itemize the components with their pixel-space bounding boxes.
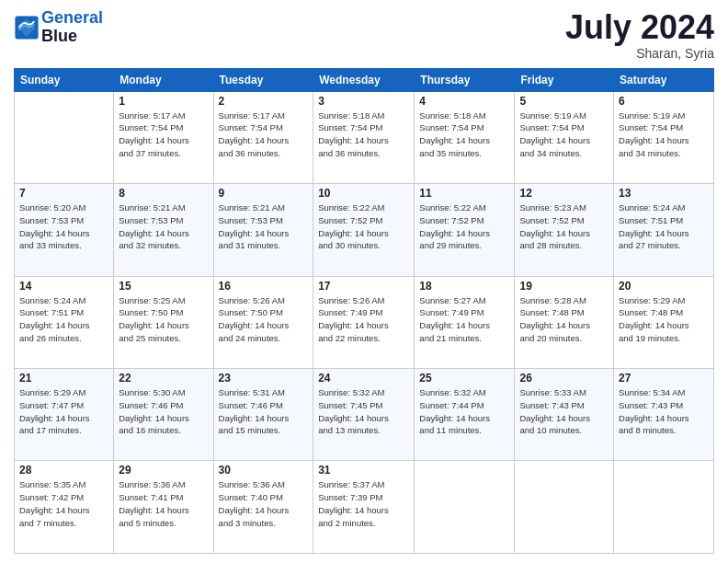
- day-number: 17: [318, 280, 409, 293]
- day-number: 27: [619, 372, 709, 385]
- week-row-3: 14Sunrise: 5:24 AM Sunset: 7:51 PM Dayli…: [15, 276, 714, 368]
- cell-info: Sunrise: 5:25 AM Sunset: 7:50 PM Dayligh…: [119, 294, 208, 345]
- day-number: 24: [318, 372, 409, 385]
- calendar-table: SundayMondayTuesdayWednesdayThursdayFrid…: [14, 68, 714, 554]
- calendar-cell: 24Sunrise: 5:32 AM Sunset: 7:45 PM Dayli…: [313, 369, 415, 461]
- column-header-wednesday: Wednesday: [313, 68, 415, 91]
- cell-info: Sunrise: 5:31 AM Sunset: 7:46 PM Dayligh…: [219, 386, 309, 437]
- day-number: 4: [419, 95, 509, 108]
- column-header-thursday: Thursday: [415, 68, 515, 91]
- calendar-cell: 2Sunrise: 5:17 AM Sunset: 7:54 PM Daylig…: [213, 91, 313, 183]
- logo-line2: Blue: [41, 28, 103, 46]
- page: General Blue July 2024 Sharan, Syria Sun…: [0, 0, 728, 563]
- day-number: 16: [219, 280, 309, 293]
- calendar-cell: 7Sunrise: 5:20 AM Sunset: 7:53 PM Daylig…: [15, 184, 114, 276]
- cell-info: Sunrise: 5:24 AM Sunset: 7:51 PM Dayligh…: [19, 294, 108, 345]
- calendar-cell: 15Sunrise: 5:25 AM Sunset: 7:50 PM Dayli…: [114, 276, 213, 368]
- cell-info: Sunrise: 5:35 AM Sunset: 7:42 PM Dayligh…: [19, 478, 108, 529]
- calendar-cell: [415, 461, 515, 554]
- cell-info: Sunrise: 5:21 AM Sunset: 7:53 PM Dayligh…: [119, 201, 208, 252]
- calendar-cell: 30Sunrise: 5:36 AM Sunset: 7:40 PM Dayli…: [213, 461, 313, 554]
- cell-info: Sunrise: 5:26 AM Sunset: 7:50 PM Dayligh…: [219, 294, 309, 345]
- calendar-cell: [515, 461, 614, 554]
- calendar-cell: 22Sunrise: 5:30 AM Sunset: 7:46 PM Dayli…: [114, 369, 213, 461]
- calendar-cell: 4Sunrise: 5:18 AM Sunset: 7:54 PM Daylig…: [415, 91, 515, 183]
- calendar-cell: 9Sunrise: 5:21 AM Sunset: 7:53 PM Daylig…: [213, 184, 313, 276]
- calendar-cell: 17Sunrise: 5:26 AM Sunset: 7:49 PM Dayli…: [313, 276, 415, 368]
- cell-info: Sunrise: 5:34 AM Sunset: 7:43 PM Dayligh…: [619, 386, 709, 437]
- day-number: 2: [219, 95, 309, 108]
- calendar-cell: 31Sunrise: 5:37 AM Sunset: 7:39 PM Dayli…: [313, 461, 415, 554]
- cell-info: Sunrise: 5:18 AM Sunset: 7:54 PM Dayligh…: [419, 109, 509, 160]
- column-header-friday: Friday: [515, 68, 614, 91]
- calendar-cell: 20Sunrise: 5:29 AM Sunset: 7:48 PM Dayli…: [614, 276, 714, 368]
- logo-text: General Blue: [41, 9, 103, 46]
- title-block: July 2024 Sharan, Syria: [565, 9, 714, 61]
- logo-line1: General: [41, 8, 103, 27]
- day-number: 28: [19, 464, 108, 477]
- calendar-cell: 28Sunrise: 5:35 AM Sunset: 7:42 PM Dayli…: [15, 461, 114, 554]
- day-number: 10: [318, 187, 409, 200]
- day-number: 7: [19, 187, 108, 200]
- calendar-cell: 13Sunrise: 5:24 AM Sunset: 7:51 PM Dayli…: [614, 184, 714, 276]
- cell-info: Sunrise: 5:17 AM Sunset: 7:54 PM Dayligh…: [119, 109, 208, 160]
- day-number: 11: [419, 187, 509, 200]
- cell-info: Sunrise: 5:32 AM Sunset: 7:45 PM Dayligh…: [318, 386, 409, 437]
- calendar-cell: 16Sunrise: 5:26 AM Sunset: 7:50 PM Dayli…: [213, 276, 313, 368]
- cell-info: Sunrise: 5:20 AM Sunset: 7:53 PM Dayligh…: [19, 201, 108, 252]
- column-header-sunday: Sunday: [15, 68, 114, 91]
- cell-info: Sunrise: 5:26 AM Sunset: 7:49 PM Dayligh…: [318, 294, 409, 345]
- calendar-cell: 3Sunrise: 5:18 AM Sunset: 7:54 PM Daylig…: [313, 91, 415, 183]
- cell-info: Sunrise: 5:36 AM Sunset: 7:41 PM Dayligh…: [119, 478, 208, 529]
- calendar-cell: 5Sunrise: 5:19 AM Sunset: 7:54 PM Daylig…: [515, 91, 614, 183]
- calendar-cell: 11Sunrise: 5:22 AM Sunset: 7:52 PM Dayli…: [415, 184, 515, 276]
- cell-info: Sunrise: 5:24 AM Sunset: 7:51 PM Dayligh…: [619, 201, 709, 252]
- calendar-cell: 23Sunrise: 5:31 AM Sunset: 7:46 PM Dayli…: [213, 369, 313, 461]
- header: General Blue July 2024 Sharan, Syria: [14, 9, 714, 61]
- cell-info: Sunrise: 5:22 AM Sunset: 7:52 PM Dayligh…: [419, 201, 509, 252]
- week-row-5: 28Sunrise: 5:35 AM Sunset: 7:42 PM Dayli…: [15, 461, 714, 554]
- day-number: 3: [318, 95, 409, 108]
- calendar-cell: 6Sunrise: 5:19 AM Sunset: 7:54 PM Daylig…: [614, 91, 714, 183]
- day-number: 22: [119, 372, 208, 385]
- day-number: 25: [419, 372, 509, 385]
- week-row-4: 21Sunrise: 5:29 AM Sunset: 7:47 PM Dayli…: [15, 369, 714, 461]
- day-number: 13: [619, 187, 709, 200]
- cell-info: Sunrise: 5:23 AM Sunset: 7:52 PM Dayligh…: [519, 201, 609, 252]
- day-number: 26: [519, 372, 609, 385]
- cell-info: Sunrise: 5:19 AM Sunset: 7:54 PM Dayligh…: [619, 109, 709, 160]
- day-number: 18: [419, 280, 509, 293]
- calendar-cell: 10Sunrise: 5:22 AM Sunset: 7:52 PM Dayli…: [313, 184, 415, 276]
- cell-info: Sunrise: 5:30 AM Sunset: 7:46 PM Dayligh…: [119, 386, 208, 437]
- column-header-monday: Monday: [114, 68, 213, 91]
- calendar-cell: 25Sunrise: 5:32 AM Sunset: 7:44 PM Dayli…: [415, 369, 515, 461]
- day-number: 29: [119, 464, 208, 477]
- column-header-tuesday: Tuesday: [213, 68, 313, 91]
- cell-info: Sunrise: 5:27 AM Sunset: 7:49 PM Dayligh…: [419, 294, 509, 345]
- week-row-1: 1Sunrise: 5:17 AM Sunset: 7:54 PM Daylig…: [15, 91, 714, 183]
- cell-info: Sunrise: 5:33 AM Sunset: 7:43 PM Dayligh…: [519, 386, 609, 437]
- cell-info: Sunrise: 5:19 AM Sunset: 7:54 PM Dayligh…: [519, 109, 609, 160]
- cell-info: Sunrise: 5:17 AM Sunset: 7:54 PM Dayligh…: [219, 109, 309, 160]
- calendar-cell: 1Sunrise: 5:17 AM Sunset: 7:54 PM Daylig…: [114, 91, 213, 183]
- day-number: 30: [219, 464, 309, 477]
- logo: General Blue: [14, 9, 103, 46]
- calendar-cell: 19Sunrise: 5:28 AM Sunset: 7:48 PM Dayli…: [515, 276, 614, 368]
- calendar-cell: [15, 91, 114, 183]
- day-number: 14: [19, 280, 108, 293]
- cell-info: Sunrise: 5:37 AM Sunset: 7:39 PM Dayligh…: [318, 478, 409, 529]
- day-number: 15: [119, 280, 208, 293]
- cell-info: Sunrise: 5:22 AM Sunset: 7:52 PM Dayligh…: [318, 201, 409, 252]
- day-number: 8: [119, 187, 208, 200]
- calendar-cell: 14Sunrise: 5:24 AM Sunset: 7:51 PM Dayli…: [15, 276, 114, 368]
- week-row-2: 7Sunrise: 5:20 AM Sunset: 7:53 PM Daylig…: [15, 184, 714, 276]
- calendar-cell: 18Sunrise: 5:27 AM Sunset: 7:49 PM Dayli…: [415, 276, 515, 368]
- day-number: 9: [219, 187, 309, 200]
- cell-info: Sunrise: 5:32 AM Sunset: 7:44 PM Dayligh…: [419, 386, 509, 437]
- day-number: 20: [619, 280, 709, 293]
- cell-info: Sunrise: 5:28 AM Sunset: 7:48 PM Dayligh…: [519, 294, 609, 345]
- cell-info: Sunrise: 5:18 AM Sunset: 7:54 PM Dayligh…: [318, 109, 409, 160]
- day-number: 5: [519, 95, 609, 108]
- day-number: 21: [19, 372, 108, 385]
- location-subtitle: Sharan, Syria: [565, 46, 714, 61]
